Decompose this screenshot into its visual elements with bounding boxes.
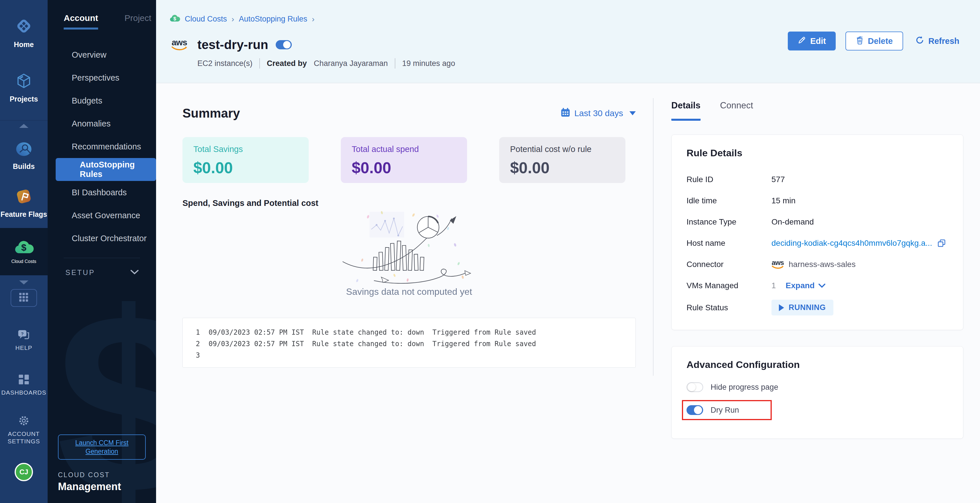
tab-details[interactable]: Details	[671, 100, 701, 121]
created-by-label: Created by	[267, 59, 307, 68]
delete-button[interactable]: Delete	[845, 32, 903, 51]
rail-item-home[interactable]: Home	[0, 17, 48, 49]
host-name-link[interactable]: deciding-kodiak-cg4qcs4h0mmv6lo7gqkg.a..…	[772, 239, 932, 248]
breadcrumb-autostopping-rules[interactable]: AutoStopping Rules	[239, 14, 307, 24]
page-title: test-dry-run	[197, 38, 268, 52]
sidebar-menu: Overview Perspectives Budgets Anomalies …	[48, 43, 156, 250]
breadcrumb-separator: ›	[232, 14, 234, 24]
aws-connector-icon: aws	[772, 260, 784, 269]
rail-collapse-up-icon[interactable]	[19, 124, 29, 128]
hide-progress-label: Hide progress page	[711, 383, 778, 392]
empty-chart-illustration	[183, 210, 636, 284]
gear-icon	[18, 415, 30, 428]
sidebar-item-autostopping-rules[interactable]: AutoStopping Rules	[56, 158, 156, 181]
total-savings-card: Total Savings $0.00	[183, 137, 309, 183]
card-label: Total actual spend	[352, 144, 456, 154]
rail-item-account-settings[interactable]: ACCOUNTSETTINGS	[8, 415, 40, 445]
log-line: 209/03/2023 02:57 PM IST Rule state chan…	[190, 338, 627, 349]
vms-expand-link[interactable]: Expand	[786, 281, 826, 290]
chevron-down-icon	[818, 283, 826, 288]
rule-enabled-toggle[interactable]	[276, 40, 292, 49]
breadcrumb-cloud-costs[interactable]: Cloud Costs	[185, 14, 227, 24]
aws-logo: aws	[169, 39, 189, 51]
advanced-configuration-heading: Advanced Configuration	[687, 359, 948, 370]
card-label: Total Savings	[193, 144, 298, 154]
copy-icon[interactable]	[937, 239, 946, 248]
rule-details-card: Rule Details Rule ID 577 Idle time 15 mi…	[671, 135, 963, 330]
hide-progress-toggle[interactable]	[687, 382, 703, 392]
rail-item-label: DASHBOARDS	[1, 389, 46, 396]
refresh-button[interactable]: Refresh	[913, 32, 962, 51]
content-area: Summary Last 30 days Total Savings $0.00	[156, 83, 980, 503]
instance-type-row: Instance Type On-demand	[687, 215, 948, 229]
sidebar-item-bi-dashboards[interactable]: BI Dashboards	[48, 181, 156, 204]
details-panel-tabs: Details Connect	[671, 100, 957, 121]
rail-item-label: HELP	[16, 344, 32, 352]
launch-ccm-first-gen-button[interactable]: Launch CCM First Generation	[58, 435, 146, 460]
projects-icon	[15, 72, 33, 91]
dry-run-label: Dry Run	[711, 406, 739, 415]
log-line: 3	[190, 349, 627, 361]
cloud-costs-icon: $	[14, 240, 34, 255]
rail-item-label: Projects	[10, 95, 38, 103]
rail-item-help[interactable]: ? HELP	[16, 329, 32, 352]
user-avatar[interactable]: CJ	[14, 463, 33, 481]
setup-label: SETUP	[65, 268, 95, 277]
card-value: $0.00	[193, 159, 298, 177]
rail-collapse-down-icon[interactable]	[19, 281, 29, 284]
total-actual-spend-card: Total actual spend $0.00	[341, 137, 467, 183]
cloud-costs-sidebar: $ Account Project Overview Perspectives …	[48, 0, 156, 503]
connector-row: Connector aws harness-aws-sales	[687, 257, 948, 271]
rail-item-cloud-costs-selected[interactable]: $ Cloud Costs	[0, 228, 48, 275]
breadcrumb: $ Cloud Costs › AutoStopping Rules ›	[169, 14, 980, 24]
rail-item-label: Builds	[13, 162, 35, 171]
rule-status-row: Rule Status RUNNING	[687, 300, 948, 316]
svg-text:$: $	[173, 16, 176, 22]
sidebar-item-budgets[interactable]: Budgets	[48, 89, 156, 112]
feature-flags-icon	[15, 188, 33, 206]
chevron-down-icon	[130, 270, 139, 276]
chart-heading: Spend, Savings and Potential cost	[183, 198, 636, 208]
vms-managed-row: VMs Managed 1 Expand	[687, 278, 948, 293]
rail-item-projects[interactable]: Projects	[0, 72, 48, 103]
date-range-value: Last 30 days	[574, 108, 623, 118]
tab-connect[interactable]: Connect	[720, 100, 753, 121]
module-name: Management	[58, 481, 146, 493]
title-subtitle: EC2 instance(s) Created by Charanya Jaya…	[197, 58, 980, 68]
edit-button[interactable]: Edit	[788, 32, 836, 51]
summary-heading: Summary	[183, 106, 240, 121]
scope-tabs: Account Project	[48, 0, 156, 30]
home-icon	[14, 17, 33, 36]
sidebar-item-setup[interactable]: SETUP	[48, 258, 156, 277]
rail-item-dashboards[interactable]: DASHBOARDS	[1, 374, 46, 396]
grid-icon	[19, 292, 29, 303]
sidebar-item-recommendations[interactable]: Recommendations	[48, 135, 156, 158]
sidebar-bottom: Launch CCM First Generation CLOUD COST M…	[48, 435, 156, 503]
rail-item-label: Feature Flags	[1, 210, 47, 219]
rule-status-badge: RUNNING	[772, 300, 834, 316]
sidebar-item-cluster-orchestrator[interactable]: Cluster Orchestrator	[48, 227, 156, 250]
summary-column: Summary Last 30 days Total Savings $0.00	[156, 83, 653, 503]
sidebar-item-overview[interactable]: Overview	[48, 43, 156, 66]
empty-chart-message: Savings data not computed yet	[183, 287, 636, 297]
tab-account[interactable]: Account	[64, 13, 98, 30]
rail-item-builds[interactable]: Builds	[13, 141, 35, 171]
sidebar-item-asset-governance[interactable]: Asset Governance	[48, 204, 156, 227]
sidebar-item-anomalies[interactable]: Anomalies	[48, 112, 156, 135]
rail-item-label: Cloud Costs	[11, 259, 36, 264]
rail-item-feature-flags[interactable]: Feature Flags	[1, 188, 47, 219]
dry-run-toggle[interactable]	[687, 405, 703, 415]
rail-top-section: Home Projects	[0, 0, 48, 121]
tab-project[interactable]: Project	[124, 13, 151, 30]
module-picker-button[interactable]	[11, 289, 37, 307]
sidebar-item-perspectives[interactable]: Perspectives	[48, 66, 156, 89]
time-ago-text: 19 minutes ago	[402, 59, 455, 68]
log-line: 109/03/2023 02:57 PM IST Rule state chan…	[190, 327, 627, 338]
play-icon	[779, 304, 784, 311]
created-by-name: Charanya Jayaraman	[314, 59, 388, 68]
module-rail: Home Projects Builds Feature F	[0, 0, 48, 503]
calendar-icon	[561, 108, 570, 119]
vms-count: 1	[772, 281, 776, 290]
idle-time-row: Idle time 15 min	[687, 194, 948, 208]
date-range-selector[interactable]: Last 30 days	[561, 108, 636, 119]
